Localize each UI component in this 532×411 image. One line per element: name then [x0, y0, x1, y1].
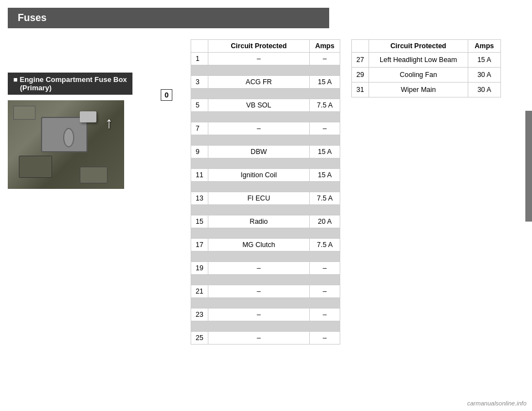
fuse-number: 11 — [191, 169, 208, 182]
fuse-amps: – — [310, 53, 340, 65]
fuse-circuit: Ignition Coil — [208, 169, 309, 182]
fuse-box-label: Engine Compartment Fuse Box (Primary) — [8, 73, 132, 95]
table-row — [191, 298, 340, 309]
table-row: 3 ACG FR 15 A — [191, 76, 340, 89]
fuse-number: 9 — [191, 146, 208, 158]
fuse-number: 1 — [191, 53, 208, 65]
col-header-circuit: Circuit Protected — [208, 40, 309, 53]
fuse-amps: – — [310, 122, 340, 135]
right-fuse-table: Circuit Protected Amps 27 Left Headlight… — [351, 39, 501, 97]
table-row — [191, 228, 340, 239]
zero-box: 0 — [161, 89, 172, 101]
table-row: 13 FI ECU 7.5 A — [191, 192, 340, 205]
table-row — [191, 275, 340, 285]
table-row — [191, 321, 340, 332]
right-col-header-num — [352, 40, 369, 53]
fuse-circuit: – — [208, 122, 309, 135]
fuse-amps: 7.5 A — [310, 239, 340, 251]
watermark: carmanualsonline.info — [467, 400, 526, 407]
fuse-circuit: ACG FR — [208, 76, 309, 89]
fuse-number: 31 — [352, 83, 369, 97]
page-title: Fuses — [8, 8, 329, 28]
fuse-number: 5 — [191, 99, 208, 112]
table-row: 11 Ignition Coil 15 A — [191, 169, 340, 182]
fuse-circuit: MG Clutch — [208, 239, 309, 251]
fuse-amps: 15 A — [310, 169, 340, 182]
fuse-circuit: Radio — [208, 215, 309, 228]
fuse-number: 23 — [191, 309, 208, 321]
table-row: 31 Wiper Main 30 A — [352, 83, 501, 97]
table-row: 5 VB SOL 7.5 A — [191, 99, 340, 112]
table-row: 9 DBW 15 A — [191, 146, 340, 158]
fuse-circuit: – — [208, 285, 309, 298]
table-row: 27 Left Headlight Low Beam 15 A — [352, 53, 501, 68]
middle-fuse-table: Circuit Protected Amps 1 – – 3 ACG FR 15… — [191, 39, 340, 345]
fuse-amps: 7.5 A — [310, 99, 340, 112]
right-fuse-table-container: Circuit Protected Amps 27 Left Headlight… — [351, 39, 507, 345]
table-row: 21 – – — [191, 285, 340, 298]
fuse-number: 13 — [191, 192, 208, 205]
fuse-number: 15 — [191, 215, 208, 228]
table-row: 17 MG Clutch 7.5 A — [191, 239, 340, 251]
middle-fuse-table-container: Circuit Protected Amps 1 – – 3 ACG FR 15… — [191, 39, 346, 345]
fuse-number: 27 — [352, 53, 369, 68]
fuse-circuit: Cooling Fan — [369, 68, 468, 83]
fuse-amps: 15 A — [468, 53, 500, 68]
table-row: 7 – – — [191, 122, 340, 135]
right-col-header-amps: Amps — [468, 40, 500, 53]
engine-image: ↑ — [8, 100, 124, 189]
table-row — [191, 182, 340, 192]
table-row — [191, 89, 340, 99]
fuse-circuit: DBW — [208, 146, 309, 158]
arrow-icon: ↑ — [105, 114, 113, 132]
fuse-circuit: FI ECU — [208, 192, 309, 205]
col-header-num — [191, 40, 208, 53]
fuse-circuit: Wiper Main — [369, 83, 468, 97]
table-row: 29 Cooling Fan 30 A — [352, 68, 501, 83]
fuse-number: 7 — [191, 122, 208, 135]
table-row — [191, 205, 340, 215]
fuse-amps: – — [310, 309, 340, 321]
fuse-circuit: Left Headlight Low Beam — [369, 53, 468, 68]
fuse-amps: 15 A — [310, 76, 340, 89]
left-panel: Engine Compartment Fuse Box (Primary) ↑ — [8, 39, 185, 345]
fuse-number: 3 — [191, 76, 208, 89]
right-col-header-circuit: Circuit Protected — [369, 40, 468, 53]
table-row — [191, 251, 340, 262]
fuse-number: 17 — [191, 239, 208, 251]
fuse-amps: – — [310, 332, 340, 345]
table-row — [191, 112, 340, 122]
table-row — [191, 158, 340, 169]
fuse-number: 19 — [191, 262, 208, 275]
table-row: 19 – – — [191, 262, 340, 275]
fuse-number: 25 — [191, 332, 208, 345]
fuse-number: 21 — [191, 285, 208, 298]
col-header-amps: Amps — [310, 40, 340, 53]
table-row: 15 Radio 20 A — [191, 215, 340, 228]
fuse-circuit: – — [208, 53, 309, 65]
right-accent-bar — [525, 111, 532, 222]
fuse-circuit: – — [208, 262, 309, 275]
fuse-circuit: – — [208, 332, 309, 345]
fuse-number: 29 — [352, 68, 369, 83]
fuse-circuit: – — [208, 309, 309, 321]
fuse-amps: 20 A — [310, 215, 340, 228]
table-row: 25 – – — [191, 332, 340, 345]
fuse-amps: 15 A — [310, 146, 340, 158]
fuse-circuit: VB SOL — [208, 99, 309, 112]
table-row: 1 – – — [191, 53, 340, 65]
table-row — [191, 135, 340, 146]
fuse-amps: 30 A — [468, 68, 500, 83]
fuse-amps: 30 A — [468, 83, 500, 97]
fuse-amps: – — [310, 285, 340, 298]
fuse-amps: 7.5 A — [310, 192, 340, 205]
table-row: 23 – – — [191, 309, 340, 321]
fuse-amps: – — [310, 262, 340, 275]
table-row — [191, 65, 340, 76]
